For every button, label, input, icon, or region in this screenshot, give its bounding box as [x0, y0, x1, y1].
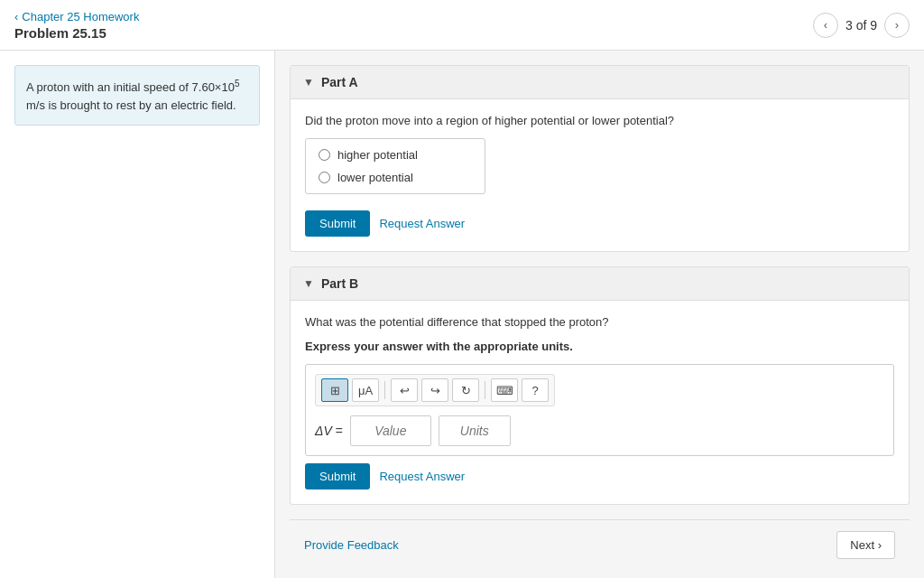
toolbar-separator-2 — [485, 381, 485, 399]
part-a-submit-button[interactable]: Submit — [305, 210, 370, 237]
part-a-options: higher potential lower potential — [305, 138, 485, 194]
part-b-collapse-icon[interactable]: ▼ — [303, 277, 314, 290]
prev-button[interactable]: ‹ — [813, 13, 838, 38]
delta-v-label: ΔV = — [315, 424, 343, 438]
math-toolbar: ⊞ μA ↩ ↪ ↻ ⌨ ? ΔV = — [305, 364, 894, 456]
toolbar-icons-row: ⊞ μA ↩ ↪ ↻ ⌨ ? — [315, 374, 555, 406]
chevron-left-icon: ‹ — [14, 10, 18, 23]
part-a-section: ▼ Part A Did the proton move into a regi… — [290, 65, 910, 252]
part-a-body: Did the proton move into a region of hig… — [291, 99, 909, 251]
provide-feedback-link[interactable]: Provide Feedback — [304, 538, 399, 552]
toolbar-separator-1 — [384, 381, 385, 399]
page-indicator: 3 of 9 — [845, 18, 877, 33]
part-b-request-answer-link[interactable]: Request Answer — [379, 470, 465, 483]
part-a-btn-row: Submit Request Answer — [305, 210, 894, 237]
option-lower-potential-label: lower potential — [337, 171, 413, 184]
keyboard-icon-btn[interactable]: ⌨ — [491, 378, 518, 402]
header-left: ‹ Chapter 25 Homework Problem 25.15 — [14, 10, 139, 41]
next-button[interactable]: Next › — [836, 531, 895, 559]
back-link-label: Chapter 25 Homework — [22, 10, 139, 23]
part-b-body: What was the potential difference that s… — [291, 301, 909, 504]
option-higher-potential[interactable]: higher potential — [319, 148, 472, 162]
part-b-question: What was the potential difference that s… — [305, 315, 894, 329]
header-right: ‹ 3 of 9 › — [813, 13, 910, 38]
part-b-header: ▼ Part B — [291, 267, 909, 301]
radio-higher-potential[interactable] — [319, 149, 330, 161]
value-input[interactable] — [350, 415, 431, 446]
header: ‹ Chapter 25 Homework Problem 25.15 ‹ 3 … — [0, 0, 924, 51]
option-higher-potential-label: higher potential — [337, 148, 418, 162]
back-link[interactable]: ‹ Chapter 25 Homework — [14, 10, 139, 23]
sidebar: A proton with an initial speed of 7.60×1… — [0, 51, 275, 578]
option-lower-potential[interactable]: lower potential — [319, 171, 472, 184]
part-a-header: ▼ Part A — [291, 66, 909, 99]
problem-title: Problem 25.15 — [14, 25, 139, 41]
footer: Provide Feedback Next › — [290, 519, 910, 570]
part-a-request-answer-link[interactable]: Request Answer — [379, 217, 465, 230]
part-a-question: Did the proton move into a region of hig… — [305, 114, 894, 127]
matrix-icon-btn[interactable]: ⊞ — [321, 378, 348, 402]
main-content: A proton with an initial speed of 7.60×1… — [0, 51, 924, 578]
help-icon-btn[interactable]: ? — [522, 378, 549, 402]
part-b-instruction: Express your answer with the appropriate… — [305, 340, 894, 353]
radio-lower-potential[interactable] — [319, 172, 330, 183]
part-a-title: Part A — [321, 75, 358, 89]
undo-icon-btn[interactable]: ↩ — [391, 378, 418, 402]
answer-row: ΔV = — [315, 415, 884, 446]
redo-icon-btn[interactable]: ↪ — [421, 378, 448, 402]
next-nav-button[interactable]: › — [884, 13, 910, 38]
part-b-section: ▼ Part B What was the potential differen… — [290, 266, 910, 505]
part-b-submit-button[interactable]: Submit — [305, 463, 370, 489]
problem-description-box: A proton with an initial speed of 7.60×1… — [14, 65, 260, 126]
problem-description-text: A proton with an initial speed of 7.60×1… — [26, 80, 239, 112]
reset-icon-btn[interactable]: ↻ — [452, 378, 479, 402]
part-b-btn-row: Submit Request Answer — [305, 463, 894, 489]
part-b-title: Part B — [321, 276, 358, 291]
content-area: ▼ Part A Did the proton move into a regi… — [275, 51, 924, 578]
units-input[interactable] — [439, 415, 511, 446]
part-a-collapse-icon[interactable]: ▼ — [303, 76, 314, 89]
micro-ampere-icon-btn[interactable]: μA — [352, 378, 379, 402]
